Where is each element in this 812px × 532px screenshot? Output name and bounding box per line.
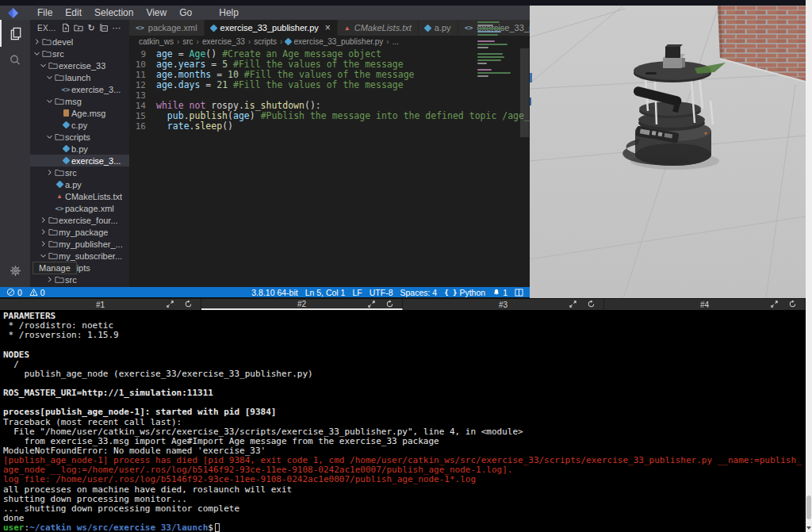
menu-go[interactable]: Go <box>179 7 192 18</box>
status-item[interactable]: Ln 5, Col 1 <box>305 288 346 297</box>
code-line: 16 rate.sleep() <box>129 121 530 132</box>
problems-errors[interactable]: 0 <box>6 288 22 297</box>
collapse-all-icon[interactable] <box>99 23 109 33</box>
line-number: 14 <box>129 101 156 111</box>
tree-item-label: package.xml <box>65 204 114 213</box>
chev-collapsed-icon <box>39 216 48 224</box>
status-item-interpreter[interactable]: { }Python <box>444 288 485 297</box>
expand-icon[interactable] <box>367 300 376 308</box>
status-item[interactable]: Spaces: 4 <box>400 288 437 297</box>
tree-item[interactable]: msg <box>30 95 129 107</box>
breadcrumb-item[interactable]: ... <box>393 37 399 46</box>
tab-label: exercise_33_publisher.py <box>220 23 319 33</box>
scrollbar-thumb[interactable] <box>806 496 811 519</box>
tree-item[interactable]: c.py <box>30 119 129 131</box>
close-icon[interactable]: × <box>325 23 331 33</box>
status-item-bell[interactable]: 1 <box>492 288 508 297</box>
tree-item[interactable]: b.py <box>30 143 129 155</box>
tree-item[interactable]: my_package <box>30 226 129 238</box>
terminal-tab-4[interactable]: #4 <box>604 299 806 310</box>
menu-view[interactable]: View <box>146 7 167 18</box>
tab-CMakeLists.txt[interactable]: ▲CMakeLists.txt <box>338 20 419 36</box>
breadcrumb-item[interactable]: exercise_33 <box>202 37 245 46</box>
terminal-output[interactable]: PARAMETERS * /rosdistro: noetic * /rosve… <box>0 310 806 532</box>
status-item[interactable]: 3.8.10 64-bit <box>251 288 297 297</box>
terminal-tab-2[interactable]: #2 <box>201 299 403 310</box>
restart-icon[interactable] <box>788 300 797 308</box>
status-item-label: Python <box>459 288 485 297</box>
expand-icon[interactable] <box>770 300 779 308</box>
tab-label: a.py <box>435 23 451 33</box>
minimap[interactable] <box>477 21 519 113</box>
tab-exercise_33_publisher.py[interactable]: exercise_33_publisher.py× <box>205 20 338 36</box>
terminal-prompt[interactable]: user:~/catkin_ws/src/exercise_33/launch$ <box>3 523 806 532</box>
tree-item[interactable]: my_subscriber... <box>30 250 129 262</box>
folder-icon <box>41 49 52 58</box>
tree-item[interactable]: launch <box>30 71 129 83</box>
tree-item[interactable]: src <box>30 166 129 178</box>
folder-icon <box>54 73 65 82</box>
simulation-viewport[interactable] <box>530 6 806 298</box>
page-scrollbar[interactable] <box>806 0 812 532</box>
line-number: 11 <box>129 70 156 80</box>
tree-item[interactable]: a.py <box>30 178 129 190</box>
menu-file[interactable]: File <box>37 7 52 18</box>
tab-package.xml[interactable]: <>package.xml <box>129 20 205 36</box>
more-icon[interactable]: ⋯ <box>112 23 122 33</box>
tree-item[interactable]: devel <box>30 36 129 48</box>
restart-icon[interactable] <box>385 300 394 308</box>
terminal-line: publish_age_node (exercise_33/exercise_3… <box>3 369 806 379</box>
menu-help[interactable]: Help <box>219 7 239 18</box>
breadcrumb-separator: › <box>386 37 389 46</box>
search-icon[interactable] <box>0 47 30 74</box>
tree-item[interactable]: scripts <box>30 131 129 143</box>
code-editor[interactable]: 9age = Age() #Create an Age message obje… <box>129 48 530 287</box>
tree-item[interactable]: <>exercise_3... <box>30 83 129 95</box>
terminal-tab-3[interactable]: #3 <box>403 299 604 310</box>
explorer-files-icon[interactable] <box>0 20 30 47</box>
breadcrumb: catkin_ws›src›exercise_33›scripts›exerci… <box>129 36 530 48</box>
tree-item[interactable]: exercise_3... <box>30 155 129 166</box>
tree-item-label: my_publisher_... <box>59 239 123 249</box>
new-folder-icon[interactable] <box>74 23 84 33</box>
breadcrumb-item[interactable]: src <box>182 37 193 46</box>
breadcrumb-item[interactable]: scripts <box>254 37 277 46</box>
status-item[interactable]: UTF-8 <box>370 288 393 297</box>
refresh-icon[interactable]: ↻ <box>86 23 97 33</box>
breadcrumb-separator: › <box>197 37 199 46</box>
tree-item[interactable]: ▲CMakeLists.txt <box>30 190 129 202</box>
app-logo-icon[interactable] <box>8 8 18 18</box>
breadcrumb-item[interactable]: exercise_33_publisher.py <box>285 37 383 46</box>
editor-scrollbar[interactable] <box>519 20 530 287</box>
tree-item-label: src <box>65 168 77 178</box>
tree-item[interactable]: src <box>30 48 129 59</box>
status-item-layout[interactable] <box>515 289 523 297</box>
tree-item[interactable]: exercise_33 <box>30 59 129 71</box>
tree-item-label: msg <box>65 97 82 106</box>
terminal-tab-1[interactable]: #1 <box>0 299 201 310</box>
breadcrumb-item[interactable]: catkin_ws <box>139 37 174 46</box>
terminal-line: log file: /home/user/.ros/log/b5146f92-9… <box>3 475 806 484</box>
tree-item[interactable]: src <box>30 274 129 285</box>
chev-collapsed-icon <box>33 38 41 45</box>
status-item[interactable]: LF <box>352 288 362 297</box>
tree-item[interactable]: Age.msg <box>30 107 129 119</box>
restart-icon[interactable] <box>184 300 193 308</box>
new-file-icon[interactable] <box>61 23 71 33</box>
tab-a.py[interactable]: a.py <box>419 20 458 36</box>
scrollbar-down-button[interactable] <box>806 523 812 532</box>
expand-icon[interactable] <box>166 300 174 308</box>
menu-selection[interactable]: Selection <box>94 7 133 18</box>
tree-item[interactable]: <>package.xml <box>30 202 129 214</box>
manage-gear-icon[interactable] <box>0 258 30 282</box>
menu-edit[interactable]: Edit <box>65 7 82 18</box>
restart-icon[interactable] <box>587 300 596 308</box>
explorer-title: EX... <box>37 24 56 33</box>
tab-label: package.xml <box>148 23 197 33</box>
tree-item[interactable]: my_publisher_... <box>30 238 129 250</box>
tree-item[interactable]: exercise_four... <box>30 214 129 226</box>
tree-item-label: exercise_four... <box>59 216 118 225</box>
terminal-cursor <box>215 523 220 532</box>
problems-warnings[interactable]: 0 <box>29 288 45 297</box>
expand-icon[interactable] <box>569 300 577 308</box>
